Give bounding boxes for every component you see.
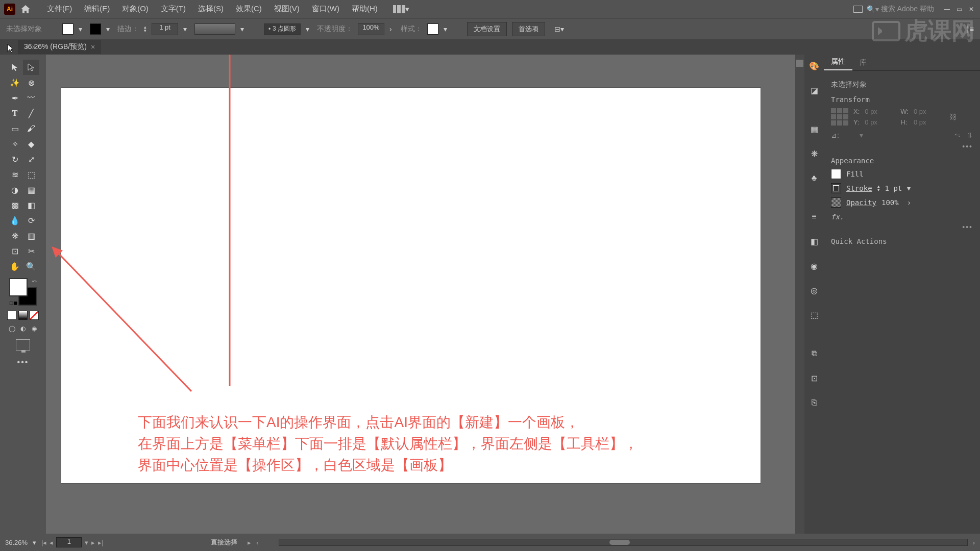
chevron-down-icon[interactable]: ▾ bbox=[85, 539, 88, 546]
chevron-down-icon[interactable]: ▾ bbox=[444, 25, 450, 33]
menu-edit[interactable]: 编辑(E) bbox=[78, 2, 116, 16]
tab-libraries[interactable]: 库 bbox=[852, 55, 874, 70]
default-colors-icon[interactable]: ◻◼ bbox=[9, 300, 17, 306]
rectangle-tool-icon[interactable]: ▭ bbox=[7, 121, 23, 136]
color-mode-gradient[interactable] bbox=[18, 311, 28, 320]
play-icon[interactable]: ▸ bbox=[248, 539, 251, 546]
document-setup-button[interactable]: 文档设置 bbox=[467, 22, 507, 36]
draw-normal-icon[interactable]: ◯ bbox=[7, 324, 16, 333]
search-box[interactable]: 🔍▾ 搜索 Adobe 帮助 bbox=[867, 5, 934, 14]
tab-prev-icon[interactable]: « bbox=[26, 43, 29, 51]
fill-swatch[interactable] bbox=[831, 169, 841, 179]
eraser-tool-icon[interactable]: ◆ bbox=[23, 136, 39, 152]
magic-wand-tool-icon[interactable]: ✨ bbox=[7, 75, 23, 90]
color-mode-none[interactable] bbox=[30, 311, 39, 320]
maximize-icon[interactable]: ▭ bbox=[954, 6, 964, 13]
shaper-tool-icon[interactable]: ✧ bbox=[7, 136, 23, 152]
layers-panel-icon[interactable]: ⬚ bbox=[808, 309, 820, 321]
stroke-swatch[interactable] bbox=[831, 183, 841, 193]
gradient-tool-icon[interactable]: ◧ bbox=[23, 197, 39, 213]
first-artboard-icon[interactable]: |◂ bbox=[41, 539, 46, 546]
selection-tool-icon[interactable] bbox=[7, 60, 23, 75]
draw-inside-icon[interactable]: ◉ bbox=[30, 324, 39, 333]
blend-tool-icon[interactable]: ⟳ bbox=[23, 213, 39, 228]
menu-object[interactable]: 对象(O) bbox=[116, 2, 155, 16]
hand-tool-icon[interactable]: ✋ bbox=[7, 259, 23, 274]
shape-builder-tool-icon[interactable]: ◑ bbox=[7, 182, 23, 197]
last-artboard-icon[interactable]: ▸| bbox=[98, 539, 103, 546]
align-icon[interactable]: ⊟▾ bbox=[554, 25, 564, 33]
chevron-down-icon[interactable]: ▾ bbox=[33, 539, 36, 546]
chevron-down-icon[interactable]: ▾ bbox=[79, 25, 85, 33]
curvature-tool-icon[interactable]: 〰 bbox=[23, 90, 39, 106]
direct-selection-tool-icon[interactable] bbox=[23, 60, 39, 75]
artboards-panel-icon[interactable]: ⊡ bbox=[808, 372, 820, 384]
chevron-down-icon[interactable]: ▾ bbox=[240, 25, 247, 33]
opacity-swatch[interactable] bbox=[831, 197, 841, 208]
graphic-styles-panel-icon[interactable]: ◎ bbox=[808, 284, 820, 296]
zoom-959[interactable]: 36.26% bbox=[5, 539, 28, 546]
chevron-down-icon[interactable]: ▾ bbox=[306, 25, 312, 33]
tab-properties[interactable]: 属性 bbox=[824, 54, 852, 70]
screen-mode-icon[interactable] bbox=[16, 339, 30, 350]
tab-close-icon[interactable]: × bbox=[32, 43, 36, 51]
close-icon[interactable]: ✕ bbox=[967, 6, 976, 13]
chevron-down-icon[interactable]: ▾ bbox=[405, 5, 411, 14]
menu-help[interactable]: 帮助(H) bbox=[346, 2, 384, 16]
swatches-panel-icon[interactable]: ◪ bbox=[808, 84, 820, 96]
reference-point-selector[interactable] bbox=[831, 108, 848, 126]
canvas-area[interactable]: 下面我们来认识一下AI的操作界面，点击AI界面的【新建】一个画板， 在界面上方是… bbox=[46, 55, 804, 534]
transparency-panel-icon[interactable]: ◧ bbox=[808, 235, 820, 247]
opacity-value[interactable]: 100% bbox=[881, 198, 899, 207]
appearance-panel-icon[interactable]: ◉ bbox=[808, 260, 820, 272]
libraries-panel-icon[interactable]: ⎘ bbox=[808, 396, 820, 409]
flip-horizontal-icon[interactable]: ⇋ bbox=[954, 131, 961, 140]
close-icon[interactable]: × bbox=[91, 43, 95, 51]
brush-definition[interactable]: •3 点圆形 bbox=[264, 23, 301, 35]
y-value[interactable]: 0 px bbox=[865, 118, 895, 126]
width-tool-icon[interactable]: ≋ bbox=[7, 167, 23, 182]
stroke-panel-icon[interactable]: ♣ bbox=[808, 172, 820, 184]
workspace-switcher-icon[interactable] bbox=[853, 6, 863, 13]
artboard-number-input[interactable]: 1 bbox=[56, 537, 82, 547]
symbol-sprayer-tool-icon[interactable]: ❋ bbox=[7, 228, 23, 243]
menu-select[interactable]: 选择(S) bbox=[192, 2, 230, 16]
lasso-tool-icon[interactable]: ⊗ bbox=[23, 75, 39, 90]
chevron-down-icon[interactable]: ▾ bbox=[183, 25, 189, 33]
home-icon[interactable] bbox=[19, 3, 32, 15]
zoom-tool-icon[interactable]: 🔍 bbox=[23, 259, 39, 274]
pen-tool-icon[interactable]: ✒ bbox=[7, 90, 23, 106]
stroke-swatch[interactable] bbox=[90, 23, 101, 35]
more-options-icon[interactable]: ••• bbox=[831, 142, 973, 151]
chevron-down-icon[interactable]: ▾ bbox=[106, 25, 112, 33]
perspective-tool-icon[interactable]: ▦ bbox=[23, 182, 39, 197]
fx-button[interactable]: fx. bbox=[831, 213, 973, 221]
brushes-panel-icon[interactable]: ▦ bbox=[808, 123, 820, 135]
color-mode-solid[interactable] bbox=[7, 311, 16, 320]
menu-file[interactable]: 文件(F) bbox=[41, 2, 78, 16]
rotate-tool-icon[interactable]: ↻ bbox=[7, 152, 23, 167]
angle-value[interactable]: ▾ bbox=[845, 131, 863, 140]
menu-type[interactable]: 文字(T) bbox=[155, 2, 192, 16]
chevron-left-icon[interactable]: ‹ bbox=[256, 539, 258, 546]
gradient-panel-icon[interactable]: ≡ bbox=[808, 211, 820, 223]
free-transform-tool-icon[interactable]: ⬚ bbox=[23, 167, 39, 182]
menu-effect[interactable]: 效果(C) bbox=[230, 2, 268, 16]
next-artboard-icon[interactable]: ▸ bbox=[91, 539, 95, 546]
eyedropper-tool-icon[interactable]: 💧 bbox=[7, 213, 23, 228]
stepper-icon[interactable]: ▴▾ bbox=[877, 185, 880, 192]
paintbrush-tool-icon[interactable]: 🖌 bbox=[23, 121, 39, 136]
type-tool-icon[interactable]: T bbox=[7, 106, 23, 121]
line-tool-icon[interactable]: ╱ bbox=[23, 106, 39, 121]
swap-colors-icon[interactable]: ⤺ bbox=[32, 278, 37, 285]
prev-artboard-icon[interactable]: ◂ bbox=[50, 539, 53, 546]
fill-swatch[interactable] bbox=[62, 23, 74, 35]
chevron-right-icon[interactable]: › bbox=[908, 198, 911, 207]
graphic-style-swatch[interactable] bbox=[427, 23, 438, 35]
asset-export-panel-icon[interactable]: ⧉ bbox=[808, 347, 820, 360]
fill-color-swatch[interactable] bbox=[9, 278, 28, 296]
menu-view[interactable]: 视图(V) bbox=[268, 2, 306, 16]
preferences-button[interactable]: 首选项 bbox=[512, 22, 545, 36]
scale-tool-icon[interactable]: ⤢ bbox=[23, 152, 39, 167]
opacity-input[interactable]: 100% bbox=[358, 23, 384, 35]
